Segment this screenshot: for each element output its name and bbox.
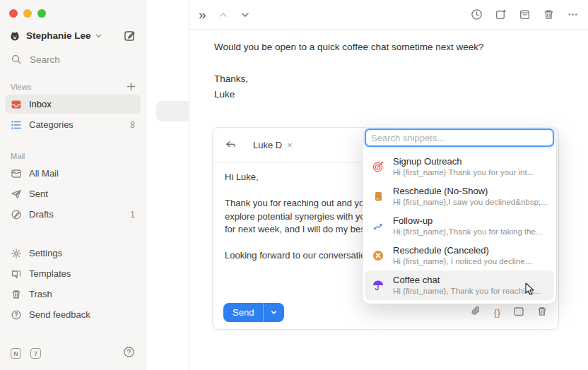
chevron-down-icon [95,32,102,40]
trash-icon [11,289,22,300]
views-label: Views [11,83,31,91]
categories-count: 8 [130,120,135,130]
snippet-item-follow-up[interactable]: Follow-up Hi {first_name},Thank you for … [365,211,554,241]
all-mail-icon [11,168,22,179]
snippet-preview: Hi {first_name}, I noticed you decline..… [393,256,531,266]
remove-recipient-icon[interactable]: × [287,140,293,150]
recipient-chip[interactable]: Luke D × [253,140,293,150]
expand-panel-icon[interactable]: » [199,8,206,21]
sidebar-item-send-feedback[interactable]: Send feedback [5,305,141,324]
sidebar-item-categories[interactable]: Categories 8 [5,115,141,134]
compose-icon[interactable] [124,30,136,42]
more-options-icon[interactable] [567,8,579,20]
snippet-item-reschedule-canceled[interactable]: Reschedule (Canceled) Hi {first_name}, I… [365,241,554,270]
snippet-item-coffee-chat[interactable]: Coffee chat Hi {first_name}, Thank you f… [365,270,554,300]
email-signature-name: Luke [214,87,588,102]
drafts-icon [11,209,22,220]
sidebar-item-label: Categories [29,119,74,130]
sidebar-item-trash[interactable]: Trash [5,285,141,304]
send-button[interactable]: Send [223,303,284,322]
sidebar-item-templates[interactable]: Templates [5,264,141,283]
snippet-title: Coffee chat [393,275,541,286]
notes-badge-icon[interactable]: N [11,348,21,359]
close-window-button[interactable] [9,9,18,18]
sidebar-item-label: Settings [29,248,62,258]
snippet-item-signup-outreach[interactable]: Signup Outreach Hi {first_name} Thank yo… [365,152,554,181]
snippet-search-input[interactable] [365,129,554,147]
sidebar-item-sent[interactable]: Sent [5,184,141,203]
delete-icon[interactable] [543,8,555,20]
thread-toolbar: » [189,0,588,30]
reply-arrow-icon [225,139,237,151]
notebook-icon [372,190,384,203]
snippet-preview: Hi {first_name}, Thank you for reaching.… [393,286,541,296]
sidebar-item-label: All Mail [29,168,59,179]
mail-section-header: Mail [11,152,136,160]
collapsed-list-item[interactable] [156,101,189,121]
attachment-icon[interactable] [471,306,482,320]
email-signature-line: Thanks, [214,71,588,87]
recipient-name: Luke D [253,140,282,150]
user-name: Stephanie Lee [26,30,91,41]
help-icon[interactable] [123,346,135,361]
email-body-line: Would you be open to a quick coffee chat… [214,42,588,52]
snippet-title: Follow-up [393,215,543,227]
templates-icon [11,268,22,280]
cancel-icon [372,249,384,262]
variables-icon[interactable]: {} [494,308,501,318]
search-icon [11,54,22,65]
calendar-icon[interactable] [513,306,524,320]
minimize-window-button[interactable] [23,9,32,18]
snippet-title: Reschedule (Canceled) [393,245,531,256]
sidebar-item-drafts[interactable]: Drafts 1 [5,205,141,224]
previous-email-icon[interactable] [218,10,228,20]
discard-draft-icon[interactable] [536,306,548,320]
send-button-label: Send [223,307,263,318]
sidebar-item-label: Drafts [29,209,54,220]
categories-icon [11,119,22,131]
mail-label: Mail [11,152,25,160]
drafts-count: 1 [130,210,135,220]
snippet-list: Signup Outreach Hi {first_name} Thank yo… [365,152,554,300]
snippet-title: Signup Outreach [393,156,534,167]
window-controls [0,0,146,18]
snippet-preview: Hi {first_name},I saw you declined&nbsp;… [393,197,547,207]
sidebar-item-label: Inbox [29,99,52,109]
target-icon [372,160,384,173]
add-view-icon[interactable] [127,82,136,91]
sidebar-item-label: Send feedback [29,309,90,320]
zoom-window-button[interactable] [37,9,46,18]
sidebar-item-label: Trash [29,289,52,299]
snippet-item-reschedule-no-show[interactable]: Reschedule (No-Show) Hi {first_name},I s… [365,181,554,211]
sidebar-item-settings[interactable]: Settings [5,244,141,263]
app-window: Stephanie Lee Search Views [0,0,588,370]
email-thread-body: Would you be open to a quick coffee chat… [189,30,588,102]
next-email-icon[interactable] [240,10,250,20]
gear-icon [11,248,22,259]
account-switcher[interactable]: Stephanie Lee [9,30,136,42]
collapsed-list-column [146,0,189,370]
sidebar-search[interactable]: Search [11,54,136,65]
send-options-chevron-icon[interactable] [264,309,284,316]
snippets-popup: Signup Outreach Hi {first_name} Thank yo… [363,126,556,304]
views-section-header: Views [11,82,136,91]
question-icon [11,309,22,321]
sidebar-item-label: Sent [29,189,48,199]
sidebar-item-inbox[interactable]: Inbox [5,95,141,114]
archive-icon[interactable] [519,8,531,20]
move-to-icon[interactable] [495,8,507,20]
sidebar: Stephanie Lee Search Views [0,0,146,370]
snippet-preview: Hi {first_name},Thank you for taking the… [393,227,543,237]
main-panel: » [189,0,588,370]
snooze-clock-icon[interactable] [471,8,483,20]
umbrella-icon [372,279,384,292]
arrows-icon [372,220,384,232]
calendar-badge-icon[interactable]: 7 [30,348,41,359]
sidebar-footer: N 7 [0,346,146,370]
search-label: Search [30,54,60,65]
snippet-title: Reschedule (No-Show) [393,186,547,197]
sent-icon [11,189,22,200]
avatar [9,30,20,42]
sidebar-item-all-mail[interactable]: All Mail [5,164,141,183]
sidebar-item-label: Templates [29,268,71,279]
